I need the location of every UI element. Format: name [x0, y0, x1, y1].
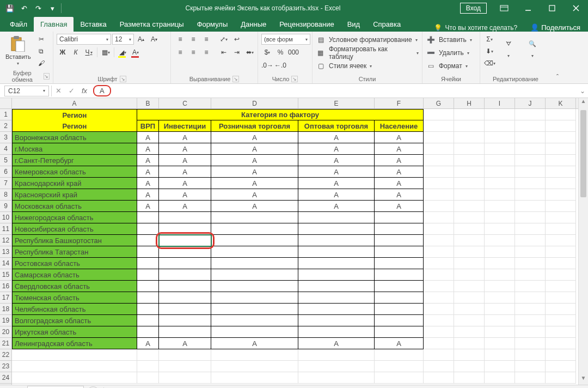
cancel-icon[interactable]: ✕	[52, 86, 65, 96]
cell[interactable]: А	[159, 201, 211, 212]
cell[interactable]	[515, 223, 546, 235]
paste-button[interactable]: Вставить ▾	[3, 34, 33, 67]
cell[interactable]: Розничная торговля	[211, 120, 298, 132]
cell[interactable]: А	[211, 166, 298, 178]
orientation-icon[interactable]: ⤢▾	[218, 34, 230, 45]
cell[interactable]	[424, 109, 454, 120]
cell[interactable]: А	[211, 155, 298, 166]
cell[interactable]	[485, 372, 515, 384]
cell[interactable]	[159, 349, 211, 361]
worksheet-grid[interactable]: ABCDEFGHIJK 1234567891011121314151617181…	[0, 98, 588, 385]
cell[interactable]	[375, 361, 424, 372]
cell[interactable]	[485, 326, 515, 338]
cell[interactable]	[424, 361, 454, 372]
cell[interactable]: А	[375, 155, 424, 166]
cell[interactable]: Регион	[12, 120, 137, 132]
minimize-icon[interactable]	[516, 0, 540, 16]
decrease-decimal-icon[interactable]: ←.0	[274, 60, 286, 71]
cell[interactable]	[375, 212, 424, 223]
cell[interactable]	[546, 178, 576, 189]
row-header[interactable]: 9	[0, 201, 11, 212]
cell[interactable]: А	[211, 178, 298, 189]
cell[interactable]: А	[298, 189, 375, 201]
cell[interactable]	[485, 258, 515, 269]
cell[interactable]	[211, 212, 298, 223]
cell[interactable]	[424, 201, 454, 212]
cell[interactable]	[485, 281, 515, 292]
cell[interactable]: г.Санкт-Петербург	[12, 155, 137, 166]
align-left-icon[interactable]: ≡	[174, 47, 186, 58]
row-header[interactable]: 15	[0, 269, 11, 281]
cell[interactable]	[454, 258, 485, 269]
cell[interactable]: Иркутская область	[12, 326, 137, 338]
cell[interactable]	[546, 109, 576, 120]
cell[interactable]	[454, 132, 485, 143]
cell[interactable]	[515, 155, 546, 166]
cell[interactable]: А	[137, 166, 159, 178]
cell[interactable]: Республика Башкортостан	[12, 235, 137, 246]
row-header[interactable]: 19	[0, 315, 11, 326]
cell[interactable]	[485, 201, 515, 212]
cell[interactable]	[298, 212, 375, 223]
row-header[interactable]: 13	[0, 246, 11, 258]
cell[interactable]	[485, 212, 515, 223]
cell[interactable]: А	[159, 143, 211, 155]
tab-формулы[interactable]: Формулы	[191, 17, 235, 32]
col-header[interactable]: H	[454, 98, 485, 108]
cell[interactable]	[211, 315, 298, 326]
cell[interactable]	[515, 109, 546, 120]
cell[interactable]: А	[159, 166, 211, 178]
cell[interactable]	[546, 223, 576, 235]
cell[interactable]: Московская область	[12, 201, 137, 212]
cell[interactable]	[454, 338, 485, 349]
cell[interactable]: Новосибирская область	[12, 223, 137, 235]
cell[interactable]	[485, 155, 515, 166]
cell[interactable]	[546, 292, 576, 304]
cell[interactable]: А	[298, 143, 375, 155]
cell[interactable]: А	[159, 155, 211, 166]
row-header[interactable]: 22	[0, 349, 11, 361]
cell[interactable]	[424, 338, 454, 349]
cell[interactable]	[298, 315, 375, 326]
cut-icon[interactable]: ✂	[35, 34, 47, 45]
cell[interactable]	[424, 292, 454, 304]
cell[interactable]	[454, 372, 485, 384]
cell[interactable]	[424, 235, 454, 246]
cell[interactable]	[454, 326, 485, 338]
fill-icon[interactable]: ⬇▾	[483, 46, 495, 57]
comma-icon[interactable]: 000	[287, 47, 299, 58]
cell[interactable]	[137, 361, 159, 372]
cell[interactable]	[485, 349, 515, 361]
cell[interactable]: Регион	[12, 109, 137, 120]
cell[interactable]	[454, 166, 485, 178]
column-headers[interactable]: ABCDEFGHIJK	[12, 98, 578, 109]
cell[interactable]	[485, 235, 515, 246]
cell[interactable]	[515, 235, 546, 246]
cell[interactable]	[485, 132, 515, 143]
borders-icon[interactable]: ▦▾	[100, 47, 112, 58]
tell-me[interactable]: 💡Что вы хотите сделать?	[428, 24, 523, 32]
row-header[interactable]: 12	[0, 235, 11, 246]
cell[interactable]	[375, 235, 424, 246]
cell[interactable]	[546, 155, 576, 166]
cells-area[interactable]: РегионКатегория по факторуРегионВРПИнвес…	[12, 109, 578, 385]
cell[interactable]: Нижегородская область	[12, 212, 137, 223]
cell[interactable]	[159, 235, 211, 246]
expand-formula-icon[interactable]: ⌄	[577, 87, 588, 95]
cell-styles-button[interactable]: ▢Стили ячеек▾	[316, 60, 372, 72]
font-name-select[interactable]: Calibri▾	[57, 34, 111, 45]
cell[interactable]	[298, 326, 375, 338]
format-cells-button[interactable]: ▭Формат▾	[426, 60, 468, 72]
maximize-icon[interactable]	[540, 0, 564, 16]
cell[interactable]	[546, 166, 576, 178]
cell[interactable]	[485, 304, 515, 315]
cell[interactable]	[454, 304, 485, 315]
cell[interactable]	[546, 338, 576, 349]
sort-filter-button[interactable]: ᗊ▾	[498, 34, 519, 59]
clear-icon[interactable]: ⌫▾	[483, 58, 495, 69]
cell[interactable]	[159, 315, 211, 326]
accounting-icon[interactable]: $▾	[261, 47, 273, 58]
cell[interactable]: Кемеровская область	[12, 166, 137, 178]
cell[interactable]	[485, 246, 515, 258]
cell[interactable]	[424, 246, 454, 258]
